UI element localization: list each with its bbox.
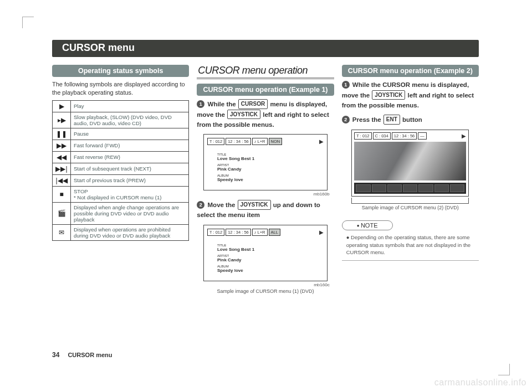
transport-button — [418, 184, 433, 192]
track-name: Love Song Best 1 — [217, 156, 254, 161]
ffwd-icon: ▶▶ — [53, 140, 71, 151]
track-name: Love Song Best 1 — [217, 247, 254, 252]
play-indicator-icon: ▶ — [319, 229, 324, 235]
transport-button — [434, 184, 449, 192]
play-indicator-icon: ▶ — [319, 138, 324, 145]
joystick-keycap: JOYSTICK — [227, 110, 260, 120]
step-text: button — [401, 116, 422, 123]
watermark: carmanualsonline.info — [434, 378, 526, 388]
row-text: Displayed when operations are prohibited… — [71, 224, 189, 240]
stop-icon: ■ — [53, 186, 71, 202]
mode-box: ALL — [269, 229, 280, 236]
channel-box: ♪ L+R — [252, 138, 268, 145]
track-name: Speedy love — [217, 177, 243, 182]
crop-mark-br — [498, 364, 510, 375]
transport-button — [387, 184, 402, 192]
step-number-1: 1 — [197, 100, 204, 108]
row-text: Displayed when angle change operations a… — [71, 202, 189, 224]
channel-box: ♪ L+R — [252, 229, 268, 236]
t-box: T : 012 — [207, 138, 224, 145]
row-text: Start of subsequent track (NEXT) — [71, 163, 189, 174]
footer-section: CURSOR menu — [68, 352, 112, 358]
crop-mark-tl — [22, 17, 34, 28]
row-text: Slow playback, (SLOW) (DVD video, DVD au… — [71, 112, 189, 128]
row-text: Fast reverse (REW) — [71, 151, 189, 163]
pause-icon: ❚❚ — [53, 128, 71, 140]
column-1: Operating status symbols The following s… — [52, 65, 189, 294]
t-box: T : 012 — [354, 132, 371, 140]
transport-button — [372, 184, 386, 192]
mode-box: NON — [269, 138, 283, 145]
section-title-symbols: Operating status symbols — [52, 65, 189, 77]
step-text: Press the — [352, 116, 383, 123]
page-footer: 34 CURSOR menu — [52, 351, 112, 359]
column-2: CURSOR menu operation CURSOR menu operat… — [197, 65, 334, 294]
transport-button — [403, 184, 417, 192]
track-name: Speedy love — [217, 268, 243, 273]
step-number-1: 1 — [342, 81, 350, 89]
sample-video-screen: T : 012 C : 034 12 : 34 : 56 — ▶ — [351, 130, 469, 197]
joystick-keycap: JOYSTICK — [372, 90, 405, 100]
slow-play-icon: ▸▶ — [53, 112, 71, 128]
play-icon: ▶ — [53, 100, 71, 112]
note-heading: NOTE — [342, 220, 393, 230]
ent-keycap: ENT — [383, 115, 400, 125]
step-number-2: 2 — [197, 201, 204, 209]
time-box: 12 : 34 : 56 — [226, 138, 251, 145]
intro-text: The following symbols are displayed acco… — [52, 80, 189, 97]
row-text: STOP * Not displayed in CURSOR menu (1) — [71, 186, 189, 202]
page-title: CURSOR menu — [52, 40, 479, 57]
track-name: Pink Candy — [217, 167, 242, 172]
screen2-caption: Sample image of CURSOR menu (1) (DVD) — [197, 288, 334, 294]
dash-box: — — [418, 132, 427, 140]
screen2-code: mb160c — [197, 282, 329, 287]
step-2-ex2: 2 Press the ENT button — [342, 115, 479, 125]
joystick-keycap: JOYSTICK — [238, 200, 271, 210]
column-3: CURSOR menu operation (Example 2) 1 Whil… — [342, 65, 479, 294]
note-body: Depending on the operating status, there… — [342, 230, 479, 261]
prev-icon: |◀◀ — [53, 174, 71, 186]
video-thumbnail — [354, 142, 466, 180]
cursor-menu-operation-title: CURSOR menu operation — [197, 65, 334, 79]
prohibit-icon: ✉ — [53, 224, 71, 240]
cursor-keycap: CURSOR — [238, 99, 268, 109]
step-1: 1 While the CURSOR menu is displayed, mo… — [197, 99, 334, 130]
camera-icon: 🎬 — [53, 202, 71, 224]
step-number-2: 2 — [342, 116, 350, 123]
time-box: 12 : 34 : 56 — [226, 229, 251, 236]
sample-screen-2: T : 012 12 : 34 : 56 ♪ L+R ALL ▶ TITLELo… — [203, 225, 328, 281]
step-1-ex2: 1 While the CURSOR menu is displayed, mo… — [342, 80, 479, 110]
page-number: 34 — [52, 351, 59, 359]
step-2: 2 Move the JOYSTICK up and down to selec… — [197, 200, 334, 220]
rew-icon: ◀◀ — [53, 151, 71, 163]
columns: Operating status symbols The following s… — [52, 65, 479, 294]
step-text: While the — [208, 101, 238, 107]
step-text: Move the — [208, 202, 237, 208]
next-icon: ▶▶| — [53, 163, 71, 174]
play-indicator-icon: ▶ — [462, 133, 466, 139]
row-text: Pause — [71, 128, 189, 140]
transport-button — [356, 184, 370, 192]
screen1-code: mb160b — [197, 192, 329, 197]
sample-screen-1: T : 012 12 : 34 : 56 ♪ L+R NON ▶ TITLELo… — [203, 134, 328, 190]
example1-title: CURSOR menu operation (Example 1) — [197, 84, 334, 96]
row-text: Fast forward (FWD) — [71, 140, 189, 151]
track-name: Pink Candy — [217, 257, 242, 262]
transport-button — [450, 184, 464, 192]
page-content: CURSOR menu Operating status symbols The… — [52, 40, 479, 294]
c-box: C : 034 — [373, 132, 391, 140]
time-box: 12 : 34 : 56 — [392, 132, 417, 140]
video-caption: Sample image of CURSOR menu (2) (DVD) — [342, 205, 479, 210]
row-text: Play — [71, 100, 189, 112]
example2-title: CURSOR menu operation (Example 2) — [342, 65, 479, 77]
symbols-table: ▶Play ▸▶Slow playback, (SLOW) (DVD video… — [52, 100, 189, 241]
callout-bracket — [351, 198, 469, 204]
row-text: Start of previous track (PREW) — [71, 174, 189, 186]
transport-bar — [354, 183, 466, 194]
t-box: T : 012 — [207, 229, 224, 236]
